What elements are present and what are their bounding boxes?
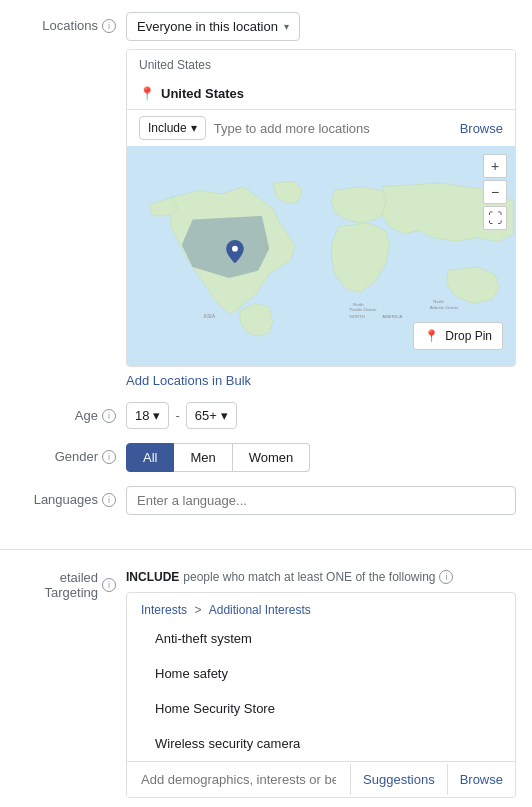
location-box: United States 📍 United States Include ▾ …: [126, 49, 516, 367]
include-description: INCLUDE people who match at least ONE of…: [126, 570, 516, 584]
svg-text:AMERICA: AMERICA: [382, 314, 402, 319]
age-info-icon[interactable]: i: [102, 409, 116, 423]
languages-label-text: Languages: [34, 492, 98, 507]
age-min-value: 18: [135, 408, 149, 423]
age-label: Age i: [16, 402, 126, 423]
gender-row: Gender i All Men Women: [16, 443, 516, 472]
drop-pin-button[interactable]: 📍 Drop Pin: [413, 322, 503, 350]
age-row: Age i 18 ▾ - 65+ ▾: [16, 402, 516, 429]
location-type-dropdown[interactable]: Everyone in this location ▾: [126, 12, 300, 41]
detailed-targeting-info-icon[interactable]: i: [102, 578, 116, 592]
detailed-targeting-row: etailed Targeting i INCLUDE people who m…: [16, 570, 516, 798]
gender-button-group: All Men Women: [126, 443, 516, 472]
map-zoom-in-button[interactable]: +: [483, 154, 507, 178]
location-country-header: United States: [127, 50, 515, 80]
languages-input[interactable]: [126, 486, 516, 515]
age-separator: -: [175, 408, 179, 423]
add-targeting-input[interactable]: [127, 762, 350, 797]
targeting-breadcrumb-root-link[interactable]: Interests: [141, 603, 187, 617]
gender-control: All Men Women: [126, 443, 516, 472]
breadcrumb-separator: >: [194, 603, 204, 617]
age-max-dropdown[interactable]: 65+ ▾: [186, 402, 237, 429]
svg-text:NORTH: NORTH: [349, 314, 364, 319]
targeting-box: Interests > Additional Interests Anti-th…: [126, 592, 516, 798]
location-browse-link[interactable]: Browse: [460, 121, 503, 136]
location-pin-icon: 📍: [139, 86, 155, 101]
detailed-targeting-content: INCLUDE people who match at least ONE of…: [126, 570, 516, 798]
map-marker-center: [232, 246, 238, 252]
map-expand-button[interactable]: ⛶: [483, 206, 507, 230]
age-label-text: Age: [75, 408, 98, 423]
location-dropdown-chevron-icon: ▾: [284, 21, 289, 32]
add-targeting-row: Suggestions Browse: [127, 761, 515, 797]
list-item: Anti-theft system: [127, 621, 515, 656]
drop-pin-icon: 📍: [424, 329, 439, 343]
location-dropdown-value: Everyone in this location: [137, 19, 278, 34]
locations-info-icon[interactable]: i: [102, 19, 116, 33]
location-search-input[interactable]: [214, 117, 452, 140]
age-min-chevron-icon: ▾: [153, 408, 160, 423]
list-item: Home Security Store: [127, 691, 515, 726]
svg-text:ASIA: ASIA: [204, 313, 216, 319]
targeting-breadcrumb-child-link[interactable]: Additional Interests: [209, 603, 311, 617]
targeting-browse-link[interactable]: Browse: [447, 764, 515, 795]
expand-icon: ⛶: [488, 210, 502, 226]
list-item: Wireless security camera: [127, 726, 515, 761]
gender-label: Gender i: [16, 443, 126, 464]
include-chevron-icon: ▾: [191, 121, 197, 135]
locations-label-text: Locations: [42, 18, 98, 33]
locations-row: Locations i Everyone in this location ▾ …: [16, 12, 516, 388]
gender-all-button[interactable]: All: [126, 443, 174, 472]
svg-text:North: North: [433, 299, 444, 304]
map-zoom-out-button[interactable]: −: [483, 180, 507, 204]
detailed-targeting-label: etailed Targeting i: [16, 570, 126, 600]
age-min-dropdown[interactable]: 18 ▾: [126, 402, 169, 429]
targeting-breadcrumb: Interests > Additional Interests: [127, 593, 515, 621]
location-selected-item: 📍 United States: [127, 80, 515, 109]
languages-row: Languages i: [16, 486, 516, 515]
age-control: 18 ▾ - 65+ ▾: [126, 402, 516, 429]
locations-label: Locations i: [16, 12, 126, 33]
include-strong: INCLUDE: [126, 570, 179, 584]
detailed-targeting-label-text: etailed Targeting: [16, 570, 98, 600]
detailed-targeting-section: etailed Targeting i INCLUDE people who m…: [0, 558, 532, 807]
languages-label: Languages i: [16, 486, 126, 507]
languages-control: [126, 486, 516, 515]
age-max-chevron-icon: ▾: [221, 408, 228, 423]
include-info-icon[interactable]: i: [439, 570, 453, 584]
age-max-value: 65+: [195, 408, 217, 423]
locations-control: Everyone in this location ▾ United State…: [126, 12, 516, 388]
gender-women-button[interactable]: Women: [233, 443, 311, 472]
gender-label-text: Gender: [55, 449, 98, 464]
svg-text:North: North: [353, 302, 364, 307]
list-item: Home safety: [127, 656, 515, 691]
section-divider: [0, 549, 532, 550]
include-type-dropdown[interactable]: Include ▾: [139, 116, 206, 140]
include-description-text: people who match at least ONE of the fol…: [183, 570, 435, 584]
location-selected-text: United States: [161, 86, 244, 101]
map-controls: + − ⛶: [483, 154, 507, 230]
location-include-row: Include ▾ Browse: [127, 109, 515, 146]
gender-men-button[interactable]: Men: [174, 443, 232, 472]
add-locations-bulk-link[interactable]: Add Locations in Bulk: [126, 373, 251, 388]
svg-text:Atlantic Ocean: Atlantic Ocean: [430, 305, 459, 310]
svg-text:Pacific Ocean: Pacific Ocean: [349, 307, 376, 312]
suggestions-link[interactable]: Suggestions: [350, 764, 447, 795]
gender-info-icon[interactable]: i: [102, 450, 116, 464]
map-container: ASIA North Pacific Ocean North Atlantic …: [127, 146, 515, 366]
drop-pin-label: Drop Pin: [445, 329, 492, 343]
include-label: Include: [148, 121, 187, 135]
languages-info-icon[interactable]: i: [102, 493, 116, 507]
